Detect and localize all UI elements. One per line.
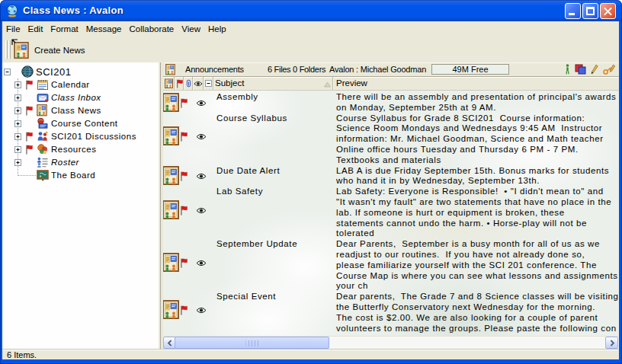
tree-item-course-content[interactable]: Course Content xyxy=(2,117,159,130)
message-preview: LAB A is due Friday September 15th. Bonu… xyxy=(336,166,619,187)
preview-line: Textbooks and materials xyxy=(336,155,619,166)
discussions-icon xyxy=(37,130,49,142)
preview-line: Lab Safety: Everyone is Responsible! • "… xyxy=(336,187,619,197)
flag-icon xyxy=(180,258,188,268)
preview-line: on Monday, September 25th at 9 AM. xyxy=(336,103,619,113)
message-row[interactable]: September Update Dear Parents, September… xyxy=(163,239,619,292)
flag-icon xyxy=(25,132,33,142)
expand-box-icon[interactable] xyxy=(14,107,21,114)
menu-message[interactable]: Message xyxy=(82,23,126,35)
message-row[interactable]: Lab Safety Lab Safety: Everyone is Respo… xyxy=(163,187,619,239)
resources-icon xyxy=(37,143,49,155)
copy-pages-icon[interactable] xyxy=(575,64,586,75)
expand-box-icon[interactable] xyxy=(14,146,21,153)
column-news-icon[interactable] xyxy=(163,77,175,90)
news-item-icon xyxy=(163,93,179,113)
menu-edit[interactable]: Edit xyxy=(24,23,47,35)
message-row[interactable]: Course Syllabus Course Syllabus for Grad… xyxy=(163,113,619,166)
folder-tree: SCI201 Calendar Class Inbox xyxy=(2,62,159,349)
flag-icon xyxy=(180,171,188,181)
menu-format[interactable]: Format xyxy=(46,23,82,35)
tree-item-sci201-discussions[interactable]: SCI201 Discussions xyxy=(2,130,159,143)
menu-collaborate[interactable]: Collaborate xyxy=(125,23,178,35)
message-subject[interactable]: September Update xyxy=(216,239,297,250)
preview-line: Online office hours Tuesday and Thursday… xyxy=(336,145,619,155)
menubar: FileEditFormatMessageCollaborateViewHelp xyxy=(2,21,619,37)
expand-box-icon[interactable] xyxy=(14,120,21,127)
message-row[interactable]: Special Event Dear parents, The Grade 7 … xyxy=(163,292,619,334)
news-icon xyxy=(37,104,49,117)
message-subject[interactable]: Lab Safety xyxy=(216,187,263,197)
column-attachment-icon[interactable] xyxy=(184,77,193,90)
expand-box-icon[interactable] xyxy=(14,81,21,88)
message-preview: Lab Safety: Everyone is Responsible! • "… xyxy=(336,187,619,239)
folder-header: Announcements 6 Files 0 Folders Avalon :… xyxy=(163,62,619,77)
scrollbar-thumb[interactable] xyxy=(175,337,329,349)
expand-box-icon[interactable] xyxy=(14,94,21,101)
create-news-button[interactable]: Create News xyxy=(14,40,85,59)
message-row[interactable]: Assembly There will be an assembly and p… xyxy=(163,92,619,113)
statusbar: 6 Items. xyxy=(2,349,619,359)
flag-icon xyxy=(180,132,188,142)
message-subject[interactable]: Due Date Alert xyxy=(216,166,280,177)
message-subject[interactable]: Course Syllabus xyxy=(216,113,287,124)
maximize-icon xyxy=(586,7,595,15)
preview-line: Dear parents, The Grade 7 and 8 Science … xyxy=(336,292,619,302)
preview-line: volunteers to manage the groups. Please … xyxy=(336,324,619,334)
menu-help[interactable]: Help xyxy=(204,23,230,35)
horizontal-scrollbar[interactable] xyxy=(163,336,619,349)
tree-item-class-inbox[interactable]: Class Inbox xyxy=(2,91,159,104)
preview-column-label[interactable]: Preview xyxy=(336,78,367,88)
maximize-button[interactable] xyxy=(582,3,598,19)
preview-line: The cost is $2.00. We are also looking f… xyxy=(336,313,619,324)
person-icon[interactable] xyxy=(565,64,570,75)
flag-icon xyxy=(25,145,33,155)
collapse-box-icon[interactable] xyxy=(4,69,11,75)
tree-item-label: Roster xyxy=(51,158,79,167)
preview-line: Dear Parents, September is a busy month … xyxy=(336,239,619,250)
preview-line: Science Room Mondays and Wednesdays 9:45… xyxy=(336,123,619,134)
flag-icon xyxy=(25,106,33,116)
pencil-icon[interactable] xyxy=(591,64,598,75)
app-window: Class News : Avalon FileEditFormatMessag… xyxy=(0,0,622,364)
create-news-label: Create News xyxy=(34,46,85,55)
minimize-button[interactable] xyxy=(565,3,581,19)
message-subject[interactable]: Special Event xyxy=(216,292,276,302)
column-read-icon[interactable] xyxy=(194,77,204,90)
menu-view[interactable]: View xyxy=(178,23,204,35)
message-preview: There will be an assembly and presentati… xyxy=(336,92,619,113)
tree-item-the-board[interactable]: The Board xyxy=(2,169,159,182)
titlebar[interactable]: Class News : Avalon xyxy=(0,0,622,21)
tree-item-root[interactable]: SCI201 xyxy=(2,65,159,78)
scroll-right-button[interactable] xyxy=(605,337,618,349)
create-news-icon xyxy=(14,42,29,59)
expand-box-icon[interactable] xyxy=(14,159,21,166)
close-button[interactable] xyxy=(600,3,616,19)
news-item-icon xyxy=(163,166,179,186)
menu-file[interactable]: File xyxy=(2,23,24,35)
inbox-icon xyxy=(37,91,49,104)
message-row[interactable]: Due Date Alert LAB A is due Friday Septe… xyxy=(163,166,619,187)
preview-line: LAB A is due Friday September 15th. Bonu… xyxy=(336,166,619,177)
tree-item-roster[interactable]: Roster xyxy=(2,156,159,169)
toolbar-grip2[interactable] xyxy=(8,40,11,59)
toolbar-grip[interactable] xyxy=(5,40,8,59)
preview-line: readjust to our routines. If you have no… xyxy=(336,250,619,260)
expand-box-icon[interactable] xyxy=(14,133,21,140)
flag-icon xyxy=(180,98,188,108)
preview-line: "It wasn't my fault" are two statements … xyxy=(336,197,619,208)
key-pencil-icon[interactable] xyxy=(603,64,616,75)
flag-icon xyxy=(180,206,188,216)
column-collapse-icon[interactable] xyxy=(204,77,213,90)
tree-item-label: The Board xyxy=(51,171,95,180)
message-subject[interactable]: Assembly xyxy=(216,92,258,103)
preview-line: please familiarize yourself with the SCI… xyxy=(336,260,619,271)
tree-item-class-news[interactable]: Class News xyxy=(2,104,159,117)
message-list-panel: Announcements 6 Files 0 Folders Avalon :… xyxy=(163,62,619,349)
tree-item-resources[interactable]: Resources xyxy=(2,143,159,156)
column-flag-icon[interactable] xyxy=(175,77,184,90)
app-globe-icon xyxy=(5,4,19,18)
calendar-icon xyxy=(37,78,49,91)
tree-item-calendar[interactable]: Calendar xyxy=(2,78,159,91)
read-eye-icon xyxy=(196,260,207,267)
